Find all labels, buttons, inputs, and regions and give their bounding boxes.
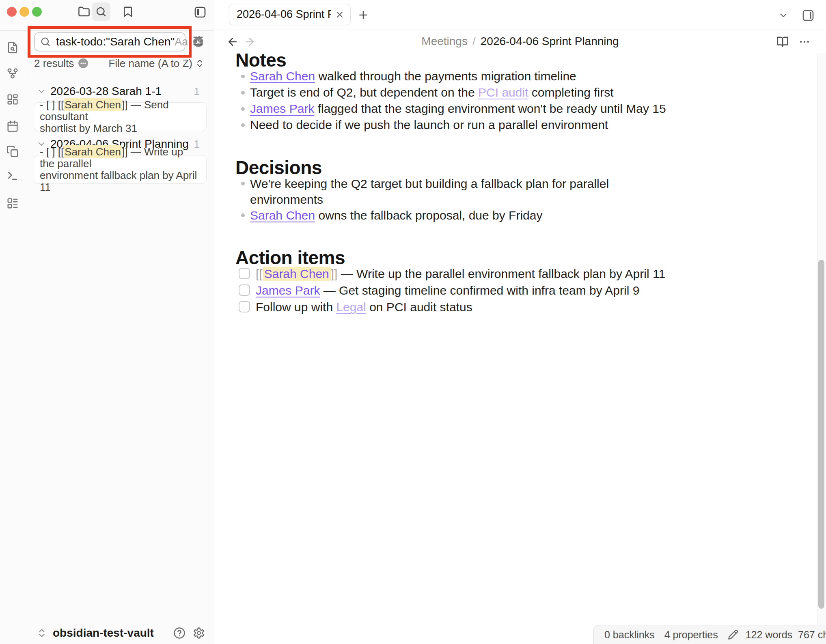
tab-list-chevron-icon[interactable] bbox=[778, 10, 789, 21]
match-case-toggle[interactable]: Aa bbox=[175, 36, 188, 48]
copy-files-icon[interactable] bbox=[6, 145, 19, 157]
search-input-magnifier-icon bbox=[40, 36, 51, 47]
task-checkbox[interactable] bbox=[239, 284, 250, 296]
breadcrumb-separator: / bbox=[472, 35, 476, 48]
layout-list-icon[interactable] bbox=[6, 197, 19, 209]
right-sidebar-toggle-icon[interactable] bbox=[802, 9, 815, 22]
results-options-badge-icon[interactable] bbox=[78, 58, 88, 69]
results-count: 2 results bbox=[34, 57, 74, 70]
search-group-header[interactable]: 2026-03-28 Sarah 1-1 1 bbox=[37, 84, 207, 99]
task-row: Follow up with Legal on PCI audit status bbox=[235, 299, 826, 315]
task-row: James Park — Get staging timeline confir… bbox=[235, 282, 826, 299]
breadcrumb-folder[interactable]: Meetings bbox=[421, 35, 468, 48]
tab-bar: 2026-04-06 Sprint Plan... bbox=[214, 0, 826, 30]
backlinks-count[interactable]: 0 backlinks bbox=[604, 629, 655, 641]
search-settings-icon[interactable] bbox=[192, 35, 204, 47]
reading-mode-book-icon[interactable] bbox=[776, 36, 789, 48]
results-divider bbox=[25, 76, 214, 76]
search-group-title: 2026-03-28 Sarah 1-1 bbox=[50, 85, 162, 98]
scrollbar-thumb[interactable] bbox=[818, 260, 824, 609]
task-checkbox[interactable] bbox=[239, 301, 250, 312]
vault-chevrons-icon bbox=[37, 628, 47, 638]
edit-pencil-icon[interactable] bbox=[728, 629, 738, 640]
tab-title: 2026-04-06 Sprint Plan... bbox=[237, 8, 331, 21]
status-bar: 0 backlinks 4 properties 122 words 767 c… bbox=[593, 625, 826, 644]
traffic-minimize-button[interactable] bbox=[19, 7, 29, 17]
note-bullet: Sarah Chen walked through the payments m… bbox=[235, 68, 826, 84]
tab-sprint-planning[interactable]: 2026-04-06 Sprint Plan... bbox=[229, 4, 351, 25]
section-heading-decisions: Decisions bbox=[235, 157, 322, 179]
search-match-item[interactable]: - [ ] [[Sarah Chen]] — Send consultant s… bbox=[34, 102, 207, 131]
folder-icon[interactable] bbox=[78, 6, 90, 18]
task-checkbox[interactable] bbox=[239, 268, 250, 279]
search-input[interactable]: task-todo:"Sarah Chen" Aa bbox=[34, 32, 185, 52]
note-bullet: Need to decide if we push the launch or … bbox=[235, 117, 826, 133]
graph-icon[interactable] bbox=[6, 67, 19, 80]
search-query-text[interactable]: task-todo:"Sarah Chen" bbox=[56, 35, 175, 48]
search-icon[interactable] bbox=[95, 6, 107, 18]
section-heading-notes: Notes bbox=[235, 49, 286, 71]
decisions-bullet-list: We're keeping the Q2 target but building… bbox=[235, 176, 826, 223]
vault-name: obsidian-test-vault bbox=[53, 627, 154, 640]
terminal-icon[interactable] bbox=[6, 170, 19, 182]
breadcrumb-file[interactable]: 2026-04-06 Sprint Planning bbox=[481, 35, 619, 48]
traffic-close-button[interactable] bbox=[7, 7, 17, 17]
calendar-icon[interactable] bbox=[6, 120, 19, 132]
note-bullet: James Park flagged that the staging envi… bbox=[235, 101, 826, 117]
bookmark-icon[interactable] bbox=[122, 6, 134, 18]
search-group-count: 1 bbox=[194, 85, 207, 98]
canvas-icon[interactable] bbox=[6, 93, 19, 106]
more-options-icon[interactable] bbox=[798, 36, 811, 48]
properties-count[interactable]: 4 properties bbox=[664, 629, 718, 641]
character-count: 767 characters bbox=[798, 629, 826, 641]
view-header: Meetings / 2026-04-06 Sprint Planning bbox=[214, 30, 826, 53]
help-icon[interactable] bbox=[173, 627, 185, 639]
settings-gear-icon[interactable] bbox=[193, 627, 205, 639]
action-items-list: [[Sarah Chen]] — Write up the parallel e… bbox=[235, 265, 826, 315]
file-search-icon[interactable] bbox=[6, 41, 19, 54]
tab-close-icon[interactable] bbox=[335, 10, 345, 19]
sort-order-button[interactable]: File name (A to Z) bbox=[108, 57, 205, 70]
new-tab-icon[interactable] bbox=[357, 9, 369, 21]
search-match-item[interactable]: - [ ] [[Sarah Chen]] — Write up the para… bbox=[34, 155, 207, 184]
note-bullet: Sarah Chen owns the fallback proposal, d… bbox=[235, 207, 826, 223]
breadcrumb: Meetings / 2026-04-06 Sprint Planning bbox=[214, 30, 826, 53]
sort-order-label: File name (A to Z) bbox=[108, 57, 192, 70]
notes-bullet-list: Sarah Chen walked through the payments m… bbox=[235, 68, 826, 133]
window-titlebar bbox=[0, 0, 214, 31]
note-bullet: We're keeping the Q2 target but building… bbox=[235, 176, 826, 207]
traffic-zoom-button[interactable] bbox=[32, 7, 42, 17]
ribbon-sidebar bbox=[0, 31, 25, 644]
left-sidebar-toggle-icon[interactable] bbox=[194, 6, 207, 19]
vault-switcher[interactable]: obsidian-test-vault bbox=[25, 622, 214, 644]
collapse-chevron-icon[interactable] bbox=[37, 86, 46, 96]
task-row: [[Sarah Chen]] — Write up the parallel e… bbox=[235, 265, 826, 282]
note-bullet: Target is end of Q2, but dependent on th… bbox=[235, 84, 826, 101]
word-count: 122 words bbox=[746, 629, 792, 641]
